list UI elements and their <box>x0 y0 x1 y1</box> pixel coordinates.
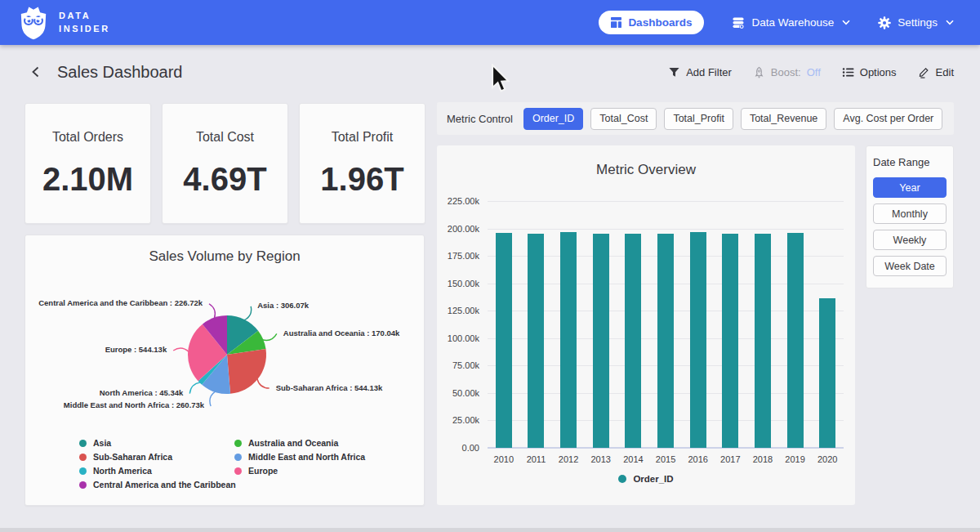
kpi-label: Total Profit <box>332 130 394 145</box>
pie-leader-line <box>209 304 215 319</box>
pie-chart-card: Sales Volume by Region Asia : 306.07kAus… <box>24 235 425 506</box>
add-filter-button[interactable]: Add Filter <box>668 66 732 78</box>
page-toolbar: Sales Dashboard Add Filter Boost: Off <box>0 45 980 99</box>
pie-slice-label: Middle East and North Africa : 260.73k <box>64 400 205 409</box>
bar-2011[interactable] <box>528 234 544 448</box>
pie-leader-line <box>189 382 200 394</box>
boost-value: Off <box>807 66 821 78</box>
x-axis-tick: 2020 <box>811 454 844 464</box>
metric-option-order-id[interactable]: Order_ID <box>523 108 583 130</box>
bar-slot <box>714 201 746 448</box>
legend-label: Asia <box>93 438 111 448</box>
x-axis-tick: 2018 <box>746 454 779 464</box>
bar-2017[interactable] <box>722 234 738 448</box>
bar-2020[interactable] <box>819 298 835 448</box>
pie-leader-line <box>262 333 277 340</box>
legend-item: North America <box>79 466 234 476</box>
bar-slot <box>811 201 844 448</box>
legend-dot <box>234 454 242 461</box>
bar-2010[interactable] <box>496 233 512 448</box>
kpi-card: Total Orders2.10M <box>24 103 151 224</box>
legend-item: Australia and Oceania <box>234 438 365 448</box>
legend-item: Sub-Saharan Africa <box>79 452 234 462</box>
legend-dot <box>79 481 87 489</box>
dashboard-grid-icon <box>611 17 621 28</box>
nav-dashboards[interactable]: Dashboards <box>599 11 704 34</box>
metric-option-avg-cost-per-order[interactable]: Avg. Cost per Order <box>834 108 942 130</box>
legend-item: Asia <box>79 438 234 448</box>
nav-dashboards-label: Dashboards <box>628 16 692 29</box>
bar-2012[interactable] <box>560 232 577 448</box>
bar-chart-title: Metric Overview <box>437 162 855 178</box>
bar-slot <box>520 201 553 448</box>
pie-slice-label: Asia : 306.07k <box>257 301 310 310</box>
bar-2018[interactable] <box>755 234 771 448</box>
page-title: Sales Dashboard <box>57 63 182 82</box>
pie-chart-title: Sales Volume by Region <box>25 248 424 265</box>
bar-2015[interactable] <box>657 234 674 448</box>
date-option-week-date[interactable]: Week Date <box>873 256 947 276</box>
bar-row <box>488 201 844 448</box>
bar-2014[interactable] <box>625 234 641 448</box>
date-option-monthly[interactable]: Monthly <box>873 203 947 224</box>
metric-option-total-profit[interactable]: Total_Profit <box>664 108 733 130</box>
toolbar-actions: Add Filter Boost: Off <box>668 66 954 78</box>
legend-dot <box>618 475 626 483</box>
back-button[interactable] <box>26 62 46 82</box>
date-option-year[interactable]: Year <box>873 177 947 198</box>
legend-label: Australia and Oceania <box>248 438 338 448</box>
pie-leader-line <box>244 306 252 320</box>
brand-line1: DATA <box>59 10 110 23</box>
bar-2019[interactable] <box>787 233 804 448</box>
legend-item: Europe <box>234 466 365 476</box>
metric-option-total-cost[interactable]: Total_Cost <box>590 108 657 130</box>
top-navbar: DATA INSIDER Dashboards <box>0 0 980 45</box>
pie-legend: AsiaAustralia and OceaniaSub-Saharan Afr… <box>79 438 365 490</box>
boost-label: Boost: <box>771 66 801 78</box>
pie-chart[interactable]: Asia : 306.07kAustralia and Oceania : 17… <box>25 270 425 438</box>
x-axis-labels: 2010201120122013201420152016201720182019… <box>488 454 844 464</box>
bar-slot <box>746 201 779 448</box>
funnel-icon <box>668 66 680 78</box>
x-axis-tick: 2014 <box>617 454 650 464</box>
database-icon <box>732 16 745 29</box>
edit-button[interactable]: Edit <box>918 66 954 78</box>
date-range-panel: Date Range YearMonthlyWeeklyWeek Date <box>866 145 954 288</box>
x-axis-tick: 2011 <box>520 454 553 464</box>
brand-line2: INSIDER <box>59 23 110 36</box>
metric-option-total-revenue[interactable]: Total_Revenue <box>741 108 826 130</box>
legend-dot <box>79 467 87 475</box>
pie-slice-label: Central America and the Caribbean : 226.… <box>38 298 203 307</box>
chevron-left-icon <box>29 65 42 78</box>
bar-slot <box>552 201 585 448</box>
y-axis-tick: 0.00 <box>437 443 479 453</box>
legend-label: Middle East and North Africa <box>248 452 365 462</box>
options-button[interactable]: Options <box>842 66 897 78</box>
bar-chart-legend: Order_ID <box>437 474 855 484</box>
pie-slice-sub-saharan-africa[interactable] <box>227 349 266 394</box>
gear-icon <box>878 16 891 29</box>
add-filter-label: Add Filter <box>686 66 732 78</box>
metric-control-buttons: Order_IDTotal_CostTotal_ProfitTotal_Reve… <box>523 108 942 130</box>
rocket-icon <box>753 66 765 78</box>
brand-logo[interactable]: DATA INSIDER <box>18 6 110 40</box>
y-axis-tick: 75.00k <box>437 360 479 370</box>
bar-chart-panel: Metric Overview 225.00k200.00k175.00k150… <box>437 145 855 505</box>
boost-toggle[interactable]: Boost: Off <box>753 66 821 78</box>
bar-slot <box>779 201 812 448</box>
date-option-weekly[interactable]: Weekly <box>873 230 947 250</box>
date-range-label: Date Range <box>873 156 929 168</box>
y-axis-tick: 225.00k <box>437 196 479 206</box>
bar-slot <box>617 201 650 448</box>
bar-slot <box>682 201 715 448</box>
bar-plot-area[interactable] <box>488 201 844 448</box>
x-axis-tick: 2015 <box>649 454 682 464</box>
x-axis-tick: 2016 <box>682 454 715 464</box>
bar-2013[interactable] <box>593 234 609 448</box>
chevron-down-icon <box>842 20 850 25</box>
y-axis-tick: 175.00k <box>437 251 479 261</box>
bar-2016[interactable] <box>690 232 706 448</box>
nav-data-warehouse[interactable]: Data Warehouse <box>732 16 850 29</box>
bar-legend-item: Order_ID <box>618 474 673 484</box>
nav-settings[interactable]: Settings <box>878 16 954 29</box>
